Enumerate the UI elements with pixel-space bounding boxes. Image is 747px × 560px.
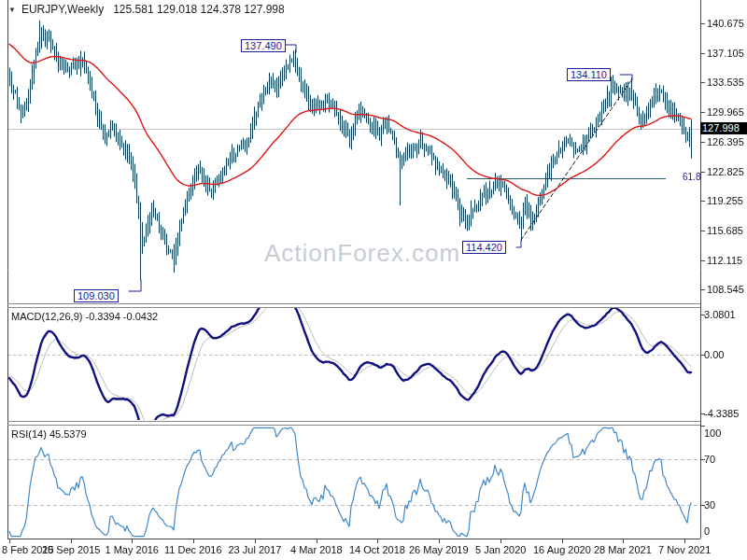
annotation-134-110[interactable]: 134.110 [567, 68, 611, 81]
chart-title: ▼EURJPY,Weekly125.581 129.018 124.378 12… [8, 3, 285, 16]
time-axis-label: 16 Aug 2020 [533, 544, 591, 555]
time-axis-label: 26 May 2019 [409, 544, 469, 555]
price-axis-label: 140.675 [707, 18, 744, 29]
rsi-axis-label: 100 [704, 427, 721, 439]
price-axis-label: 137.105 [707, 48, 744, 59]
annotation-137-490[interactable]: 137.490 [241, 39, 286, 52]
macd-axis-label: 3.0801 [704, 309, 736, 320]
time-axis-label: 11 Dec 2016 [164, 544, 222, 555]
price-axis-label: 115.685 [707, 225, 743, 236]
price-axis-label: 108.545 [707, 284, 744, 295]
macd-axis-label: 0.00 [704, 349, 724, 360]
time-axis-label: 1 May 2016 [106, 544, 159, 555]
rsi-axis-label: 30 [704, 499, 715, 511]
price-axis-label: 122.825 [707, 166, 744, 177]
macd-axis-label: -4.3385 [704, 408, 739, 419]
symbol-label: EURJPY,Weekly [21, 3, 104, 16]
rsi-label: RSI(14) 45.5379 [11, 428, 87, 440]
chart-canvas[interactable] [0, 0, 747, 560]
dropdown-icon[interactable]: ▼ [8, 6, 16, 14]
time-axis-label: 23 Jul 2017 [229, 544, 282, 555]
current-price-tag: 127.998 [700, 122, 747, 134]
time-axis-label: 20 Sep 2015 [42, 544, 100, 555]
annotation-109-030[interactable]: 109.030 [74, 289, 119, 302]
forex-chart-window: ActionForex.com ▼EURJPY,Weekly125.581 12… [0, 0, 747, 560]
time-axis-label: 7 Nov 2021 [658, 544, 711, 555]
rsi-axis-label: 0 [704, 525, 710, 537]
ohlc-values: 125.581 129.018 124.378 127.998 [113, 3, 285, 16]
price-axis-label: 112.115 [707, 255, 742, 266]
time-axis-label: 14 Oct 2018 [349, 544, 405, 555]
price-axis-label: 129.965 [707, 106, 744, 118]
price-axis-label: 126.395 [707, 136, 744, 147]
time-axis-label: 28 Mar 2021 [594, 544, 652, 555]
price-axis-label: 119.255 [707, 195, 743, 206]
time-axis-label: 4 Mar 2018 [290, 544, 343, 555]
price-axis-label: 133.535 [707, 77, 744, 88]
annotation-114-420[interactable]: 114.420 [462, 241, 506, 254]
time-axis-label: 5 Jan 2020 [475, 544, 526, 555]
rsi-axis-label: 70 [704, 454, 715, 465]
macd-label: MACD(12,26,9) -0.3394 -0.0432 [11, 311, 158, 322]
fib-618-label: 61.8 [683, 172, 700, 182]
